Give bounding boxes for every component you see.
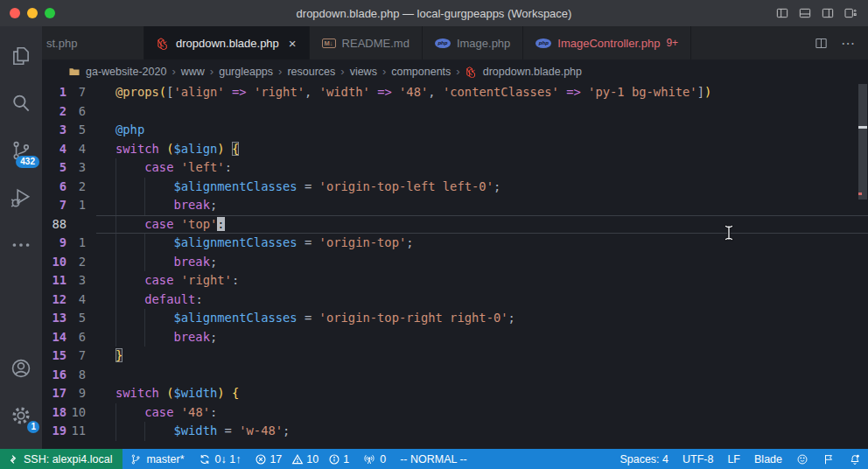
code-line-content[interactable]: break; xyxy=(96,328,868,347)
editor-scrollbar[interactable] xyxy=(858,84,867,200)
code-line-11[interactable]: 113 case 'right': xyxy=(42,271,868,290)
code-token xyxy=(116,405,144,419)
code-line-content[interactable]: $alignmentClasses = 'origin-top'; xyxy=(96,234,868,253)
code-line-content[interactable]: @props(['align' => 'right', 'width' => '… xyxy=(96,83,868,102)
code-line-content[interactable]: switch ($align) { xyxy=(96,140,868,159)
code-line-16[interactable]: 168 xyxy=(42,366,868,385)
close-window-button[interactable] xyxy=(10,8,20,18)
laravel-icon xyxy=(157,37,170,50)
tab-readme-md[interactable]: M↓README.md xyxy=(310,26,423,60)
status-branch[interactable]: master* xyxy=(122,449,191,469)
activity-bar-item-run-debug[interactable] xyxy=(0,177,42,219)
code-token: switch xyxy=(116,142,159,156)
code-line-5[interactable]: 53 case 'left': xyxy=(42,158,868,178)
code-line-15[interactable]: 157} xyxy=(42,346,868,366)
code-line-14[interactable]: 146 break; xyxy=(42,328,868,347)
code-line-1[interactable]: 17@props(['align' => 'right', 'width' =>… xyxy=(42,83,868,102)
code-line-13[interactable]: 135 $alignmentClasses = 'origin-top-righ… xyxy=(42,309,868,328)
breadcrumb-item-views[interactable]: views xyxy=(350,66,377,78)
code-line-88[interactable]: 88 case 'top': xyxy=(42,215,868,234)
code-line-12[interactable]: 124 default: xyxy=(42,290,868,310)
code-line-content[interactable]: @php xyxy=(96,121,868,140)
code-line-4[interactable]: 44switch ($align) { xyxy=(42,140,868,159)
close-icon[interactable]: × xyxy=(289,36,297,51)
split-editor-icon[interactable] xyxy=(814,36,829,51)
breadcrumb-item-dropdown-blade-php[interactable]: dropdown.blade.php xyxy=(466,66,582,78)
code-line-content[interactable]: case 'right': xyxy=(96,271,868,290)
code-line-content[interactable]: $alignmentClasses = 'origin-top-right ri… xyxy=(96,309,868,328)
status-vim-mode[interactable]: -- NORMAL -- xyxy=(393,449,474,469)
status-indentation[interactable]: Spaces: 4 xyxy=(612,449,676,469)
code-editor[interactable]: 17@props(['align' => 'right', 'width' =>… xyxy=(42,83,868,449)
indent-guide xyxy=(144,178,145,197)
status-bar: SSH: alexpi4.localmaster*0↓ 1↑171010-- N… xyxy=(0,449,868,469)
zoom-window-button[interactable] xyxy=(45,8,55,18)
code-line-9[interactable]: 91 $alignmentClasses = 'origin-top'; xyxy=(42,234,868,253)
code-line-17[interactable]: 179switch ($width) { xyxy=(42,384,868,403)
panel-left-icon[interactable] xyxy=(775,6,789,20)
code-line-content[interactable]: $alignmentClasses = 'origin-top-left lef… xyxy=(96,178,868,197)
laravel-icon xyxy=(466,66,478,78)
error-icon xyxy=(255,453,267,466)
status-label: -- NORMAL -- xyxy=(400,453,467,466)
breadcrumb-item-resources[interactable]: resources xyxy=(287,66,335,78)
tab-image-php[interactable]: phpImage.php xyxy=(423,26,523,60)
tab-dropdown-blade-php[interactable]: dropdown.blade.php× xyxy=(144,26,310,60)
code-token xyxy=(173,217,180,231)
code-line-content[interactable]: break; xyxy=(96,196,868,215)
activity-bar-item-settings[interactable]: 1 xyxy=(0,395,42,437)
panel-right-icon[interactable] xyxy=(821,6,835,20)
code-line-content[interactable] xyxy=(96,366,868,385)
code-line-content[interactable]: break; xyxy=(96,253,868,272)
status-feedback[interactable] xyxy=(789,449,816,469)
activity-bar-item-explorer[interactable] xyxy=(0,35,42,77)
broadcast-icon xyxy=(363,453,375,466)
code-line-content[interactable]: case 'top': xyxy=(96,215,868,234)
breadcrumb-item-ga-website-2020[interactable]: ga-website-2020 xyxy=(68,66,166,78)
breadcrumb-item-www[interactable]: www xyxy=(181,66,205,78)
status-error-count: 17 xyxy=(255,453,282,466)
code-line-content[interactable]: case 'left': xyxy=(96,158,868,178)
more-actions-icon[interactable]: ⋯ xyxy=(841,35,856,52)
code-token: ; xyxy=(210,198,217,212)
code-line-6[interactable]: 62 $alignmentClasses = 'origin-top-left … xyxy=(42,178,868,197)
status-ports[interactable]: 0 xyxy=(356,449,393,469)
status-problems[interactable]: 17101 xyxy=(248,449,356,469)
indent-guide xyxy=(116,309,116,328)
code-line-10[interactable]: 102 break; xyxy=(42,253,868,272)
activity-bar-item-more-views[interactable] xyxy=(0,224,42,266)
code-line-2[interactable]: 26 xyxy=(42,102,868,122)
code-line-content[interactable]: $width = 'w-48'; xyxy=(96,422,868,441)
status-sync[interactable]: 0↓ 1↑ xyxy=(192,449,248,469)
activity-bar-item-search[interactable] xyxy=(0,82,42,124)
code-line-content[interactable]: switch ($width) { xyxy=(96,384,868,403)
indent-guide xyxy=(116,253,116,272)
code-token: ) xyxy=(217,386,224,400)
code-line-content[interactable] xyxy=(96,102,868,122)
breadcrumb-item-components[interactable]: components xyxy=(391,66,451,78)
code-line-content[interactable]: default: xyxy=(96,290,868,310)
code-line-3[interactable]: 35@php xyxy=(42,121,868,140)
code-token: default xyxy=(144,292,195,306)
status-notifications[interactable] xyxy=(842,449,868,469)
code-line-7[interactable]: 71 break; xyxy=(42,196,868,215)
status-remote[interactable]: SSH: alexpi4.local xyxy=(0,449,122,469)
tab-st-php[interactable]: st.php xyxy=(42,26,144,60)
activity-bar-item-source-control[interactable]: 432 xyxy=(0,130,42,172)
tab-imagecontroller-php[interactable]: phpImageController.php9+ xyxy=(523,26,691,60)
status-eol[interactable]: LF xyxy=(720,449,747,469)
code-line-18[interactable]: 1810 case '48': xyxy=(42,403,868,423)
minimize-window-button[interactable] xyxy=(27,8,38,18)
status-survey[interactable] xyxy=(816,449,842,469)
code-line-content[interactable]: case '48': xyxy=(96,403,868,423)
panel-bottom-icon[interactable] xyxy=(798,6,812,20)
code-line-content[interactable]: } xyxy=(96,346,868,366)
status-encoding[interactable]: UTF-8 xyxy=(676,449,720,469)
line-number-absolute: 15 xyxy=(42,346,66,366)
breadcrumb-separator: › xyxy=(172,65,175,78)
status-language-mode[interactable]: Blade xyxy=(747,449,789,469)
breadcrumb-item-gurgleapps[interactable]: gurgleapps xyxy=(219,66,273,78)
code-line-19[interactable]: 1911 $width = 'w-48'; xyxy=(42,422,868,441)
customize-layout-icon[interactable] xyxy=(844,6,858,20)
activity-bar-item-accounts[interactable] xyxy=(0,347,42,389)
